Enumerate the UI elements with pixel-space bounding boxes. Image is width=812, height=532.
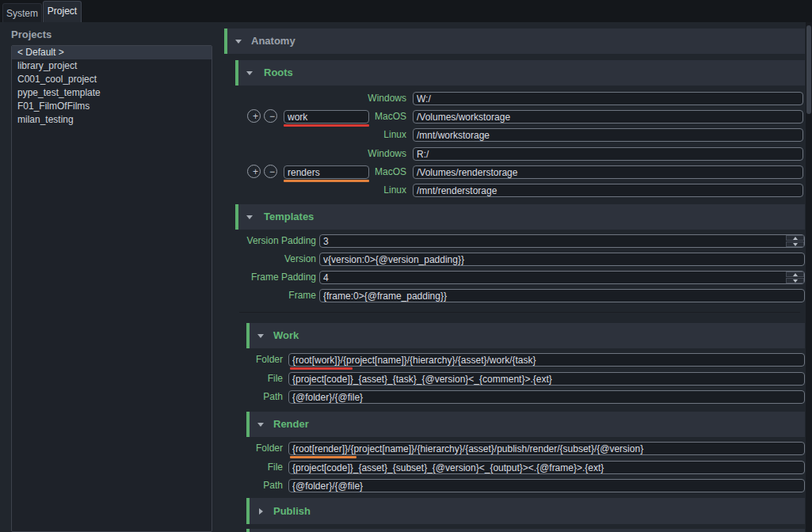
render-file-input[interactable] <box>288 461 805 474</box>
scrollbar-thumb[interactable] <box>806 25 811 114</box>
section-publish-header[interactable]: Publish <box>246 498 805 524</box>
frame-label: Frame <box>232 289 316 302</box>
work-file-label: File <box>240 372 283 386</box>
triangle-down-icon <box>793 279 798 283</box>
spinner-down-button[interactable] <box>786 241 804 247</box>
section-anatomy-title: Anatomy <box>251 35 295 47</box>
modified-underline <box>290 456 356 458</box>
tab-project[interactable]: Project <box>43 1 82 22</box>
version-padding-label: Version Padding <box>232 234 316 248</box>
section-divider <box>239 312 800 313</box>
work-path-label: Path <box>240 390 283 404</box>
add-root-button[interactable]: + <box>247 165 261 178</box>
version-label: Version <box>232 253 316 266</box>
remove-root-button[interactable]: − <box>264 109 277 123</box>
project-item-c001-cool-project[interactable]: C001_cool_project <box>12 73 212 86</box>
collapse-arrow-icon <box>246 71 253 75</box>
platform-label-macos: MacOS <box>335 165 406 179</box>
modified-underline <box>284 180 369 182</box>
section-templates-title: Templates <box>264 211 314 222</box>
project-item-f01-filmoffilms[interactable]: F01_FilmOfFilms <box>12 100 212 113</box>
work-path-input[interactable] <box>288 390 805 404</box>
anatomy-panel: Anatomy Roots Windows + − MacOS Linux Wi… <box>224 22 806 532</box>
platform-label-linux: Linux <box>335 128 406 142</box>
root-work-windows-input[interactable] <box>413 92 803 105</box>
section-anatomy-header[interactable]: Anatomy <box>224 28 805 54</box>
section-roots-header[interactable]: Roots <box>235 60 805 86</box>
triangle-up-icon <box>793 273 798 276</box>
work-folder-label: Folder <box>240 353 283 367</box>
section-work-header[interactable]: Work <box>246 323 805 348</box>
frame-padding-input[interactable] <box>319 271 805 284</box>
platform-label-macos: MacOS <box>335 110 406 124</box>
collapse-arrow-icon <box>257 423 264 427</box>
platform-label-linux: Linux <box>335 184 406 197</box>
root-work-macos-input[interactable] <box>413 110 803 124</box>
tab-system[interactable]: System <box>2 3 42 22</box>
modified-underline <box>284 124 369 127</box>
vertical-scrollbar[interactable] <box>806 22 812 532</box>
project-item-pype-test-template[interactable]: pype_test_template <box>12 86 212 100</box>
remove-root-button[interactable]: − <box>264 165 277 178</box>
version-template-input[interactable] <box>319 253 805 266</box>
cutoff-section-header[interactable] <box>246 529 805 532</box>
section-render-title: Render <box>273 418 309 430</box>
work-file-input[interactable] <box>288 372 805 386</box>
root-work-linux-input[interactable] <box>413 128 803 142</box>
spinner-down-button[interactable] <box>786 278 804 283</box>
collapse-arrow-icon <box>246 215 253 219</box>
render-file-label: File <box>240 461 283 474</box>
add-root-button[interactable]: + <box>247 109 261 123</box>
version-padding-input[interactable] <box>319 234 805 248</box>
project-item-milan-testing[interactable]: milan_testing <box>12 113 212 127</box>
render-folder-input[interactable] <box>288 442 805 455</box>
root-renders-macos-input[interactable] <box>413 165 803 179</box>
section-templates-header[interactable]: Templates <box>235 204 805 230</box>
platform-label-windows: Windows <box>335 92 406 105</box>
frame-padding-label: Frame Padding <box>232 271 316 284</box>
project-item-default[interactable]: < Default > <box>12 46 212 59</box>
projects-title: Projects <box>11 28 51 40</box>
section-publish-title: Publish <box>273 505 311 517</box>
modified-underline <box>290 367 353 370</box>
spinner-up-button[interactable] <box>786 235 804 241</box>
tab-bar: System Project <box>0 0 812 22</box>
section-work-title: Work <box>273 329 299 341</box>
triangle-up-icon <box>793 237 798 240</box>
root-renders-windows-input[interactable] <box>413 147 803 161</box>
render-path-input[interactable] <box>288 479 805 492</box>
frame-template-input[interactable] <box>319 289 805 302</box>
section-render-header[interactable]: Render <box>246 412 805 437</box>
render-path-label: Path <box>240 479 283 492</box>
section-roots-title: Roots <box>264 66 293 78</box>
root-renders-linux-input[interactable] <box>413 184 803 197</box>
expand-arrow-icon <box>259 508 263 515</box>
project-item-library-project[interactable]: library_project <box>12 59 212 73</box>
projects-list: < Default > library_project C001_cool_pr… <box>11 45 212 532</box>
triangle-down-icon <box>793 243 798 246</box>
platform-label-windows: Windows <box>335 147 406 161</box>
collapse-arrow-icon <box>257 334 264 338</box>
spinner-up-button[interactable] <box>786 272 804 277</box>
collapse-arrow-icon <box>235 40 242 44</box>
work-folder-input[interactable] <box>288 353 805 367</box>
render-folder-label: Folder <box>240 442 283 455</box>
